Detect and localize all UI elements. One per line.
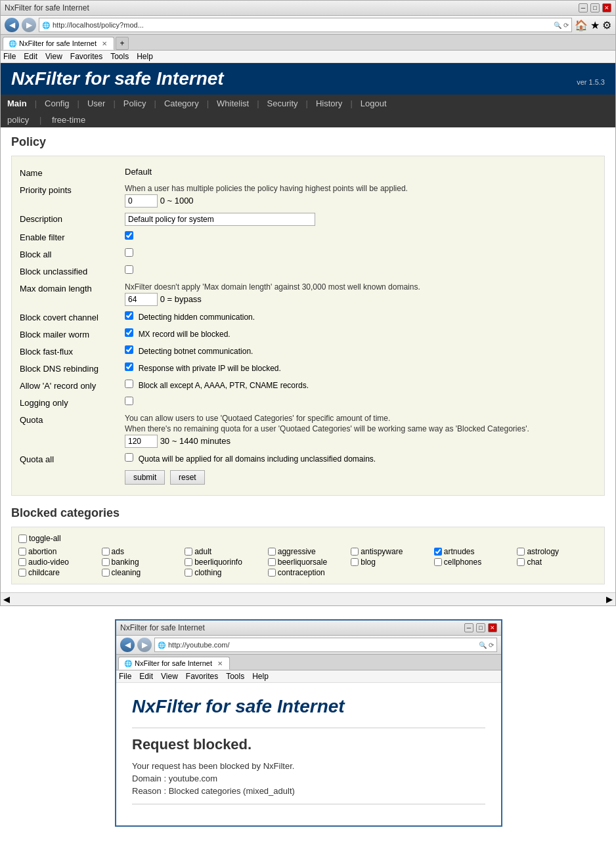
category-checkbox-aggressive[interactable] xyxy=(268,548,276,556)
block-dns-checkbox[interactable] xyxy=(125,362,133,371)
menu-favorites[interactable]: Favorites xyxy=(70,52,102,61)
block-dns-help: Response with private IP will be blocked… xyxy=(139,364,281,373)
category-checkbox-adult[interactable] xyxy=(185,548,192,556)
category-item: blog xyxy=(351,558,431,567)
allow-a-value: Block all except A, AAAA, PTR, CNAME rec… xyxy=(125,380,596,390)
quota-all-checkbox[interactable] xyxy=(125,453,133,462)
divider-2 xyxy=(132,804,485,804)
nav-user[interactable]: User xyxy=(81,95,112,112)
submit-button[interactable]: submit xyxy=(125,470,165,485)
priority-row: Priority points When a user has multiple… xyxy=(20,181,596,210)
close-button[interactable]: ✕ xyxy=(602,3,611,12)
menu2-file[interactable]: File xyxy=(119,672,131,681)
menu2-favorites[interactable]: Favorites xyxy=(186,672,218,681)
logging-only-checkbox[interactable] xyxy=(125,397,133,405)
nav-logout[interactable]: Logout xyxy=(354,95,393,112)
priority-label: Priority points xyxy=(20,184,125,195)
category-checkbox-ads[interactable] xyxy=(102,548,110,556)
menu-help[interactable]: Help xyxy=(137,52,153,61)
block-all-checkbox[interactable] xyxy=(125,248,133,257)
tab-close-1[interactable]: ✕ xyxy=(102,40,107,47)
category-checkbox-audio-video[interactable] xyxy=(18,558,26,566)
tab-2[interactable]: 🌐 NxFilter for safe Internet ✕ xyxy=(118,657,230,670)
category-checkbox-childcare[interactable] xyxy=(18,569,26,577)
menu-view[interactable]: View xyxy=(45,52,62,61)
category-checkbox-contraception[interactable] xyxy=(268,569,276,577)
back-button-2[interactable]: ◀ xyxy=(120,638,135,652)
scroll-left[interactable]: ◀ xyxy=(3,594,10,604)
subnav-policy[interactable]: policy xyxy=(1,112,35,127)
category-item: contraception xyxy=(268,568,349,577)
tab-1[interactable]: 🌐 NxFilter for safe Internet ✕ xyxy=(3,37,114,50)
category-checkbox-banking[interactable] xyxy=(102,558,110,566)
category-checkbox-abortion[interactable] xyxy=(18,548,26,556)
browser-window-1: NxFilter for safe Internet ─ □ ✕ ◀ ▶ 🌐 h… xyxy=(0,0,616,606)
star-icon[interactable]: ★ xyxy=(590,19,600,32)
menu-file[interactable]: File xyxy=(3,52,16,61)
category-label-ads: ads xyxy=(112,547,124,556)
nav-security[interactable]: Security xyxy=(261,95,305,112)
nav-config[interactable]: Config xyxy=(38,95,76,112)
window2-controls: ─ □ ✕ xyxy=(464,623,497,632)
category-checkbox-cellphones[interactable] xyxy=(434,558,442,566)
quota-input[interactable] xyxy=(125,435,158,448)
max-domain-input[interactable] xyxy=(125,293,158,306)
close-button-2[interactable]: ✕ xyxy=(488,623,497,632)
category-checkbox-blog[interactable] xyxy=(351,558,359,566)
forward-button-2[interactable]: ▶ xyxy=(137,638,152,652)
category-label-aggressive: aggressive xyxy=(278,547,316,556)
minimize-button-2[interactable]: ─ xyxy=(464,623,473,632)
category-label-adult: adult xyxy=(194,547,211,556)
allow-a-checkbox[interactable] xyxy=(125,380,133,388)
category-checkbox-antispyware[interactable] xyxy=(351,548,359,556)
nav-main[interactable]: Main xyxy=(1,95,33,112)
toggle-all-checkbox[interactable] xyxy=(18,535,27,543)
category-checkbox-astrology[interactable] xyxy=(517,548,525,556)
menu-tools[interactable]: Tools xyxy=(110,52,129,61)
category-checkbox-beerliquorinfo[interactable] xyxy=(185,558,192,566)
quota-help2: When there's no remaining quota for a us… xyxy=(125,424,596,433)
menu2-tools[interactable]: Tools xyxy=(226,672,244,681)
menu2-edit[interactable]: Edit xyxy=(139,672,153,681)
address-bar-2[interactable]: 🌐 http://youtube.com/ 🔍 ⟳ xyxy=(154,638,497,652)
category-checkbox-clothing[interactable] xyxy=(185,569,192,577)
tab-close-2[interactable]: ✕ xyxy=(217,660,223,667)
minimize-button[interactable]: ─ xyxy=(579,3,588,12)
new-tab-button[interactable]: + xyxy=(116,37,129,50)
block-covert-checkbox[interactable] xyxy=(125,311,133,320)
maximize-button[interactable]: □ xyxy=(590,3,600,12)
menu-edit[interactable]: Edit xyxy=(24,52,37,61)
block-unclassified-checkbox[interactable] xyxy=(125,265,133,274)
category-checkbox-beerliquorsale[interactable] xyxy=(268,558,276,566)
menu2-view[interactable]: View xyxy=(161,672,178,681)
menu2-help[interactable]: Help xyxy=(252,672,269,681)
block-fastflux-checkbox[interactable] xyxy=(125,345,133,354)
blocked-text-2: Domain : youtube.com xyxy=(132,774,485,783)
category-checkbox-artnudes[interactable] xyxy=(434,548,442,556)
nav-category[interactable]: Category xyxy=(158,95,206,112)
gear-icon[interactable]: ⚙ xyxy=(602,19,611,32)
reset-button[interactable]: reset xyxy=(170,470,205,485)
enable-filter-checkbox[interactable] xyxy=(125,231,133,240)
nav-policy[interactable]: Policy xyxy=(117,95,153,112)
category-item: beerliquorinfo xyxy=(185,558,265,567)
window-controls: ─ □ ✕ xyxy=(579,3,611,12)
category-checkbox-cleaning[interactable] xyxy=(102,569,110,577)
policy-form: Name Default Priority points When a user… xyxy=(11,156,605,496)
back-button[interactable]: ◀ xyxy=(5,18,19,32)
address-text-2: http://youtube.com/ xyxy=(168,641,476,649)
nav-whitelist[interactable]: Whitelist xyxy=(210,95,255,112)
scroll-right[interactable]: ▶ xyxy=(606,594,613,604)
nav-history[interactable]: History xyxy=(309,95,349,112)
home-icon[interactable]: 🏠 xyxy=(575,19,588,32)
address-bar[interactable]: 🌐 http://localhost/policy?mod... 🔍 ⟳ xyxy=(39,18,572,32)
priority-input[interactable] xyxy=(125,194,158,208)
forward-button[interactable]: ▶ xyxy=(22,18,36,32)
block-all-row: Block all xyxy=(20,246,596,263)
subnav-freetime[interactable]: free-time xyxy=(45,112,92,127)
block-mailer-checkbox[interactable] xyxy=(125,328,133,337)
maximize-button-2[interactable]: □ xyxy=(476,623,485,632)
category-checkbox-chat[interactable] xyxy=(517,558,525,566)
description-input[interactable] xyxy=(125,213,315,226)
block-covert-value: Detecting hidden communication. xyxy=(125,311,596,322)
